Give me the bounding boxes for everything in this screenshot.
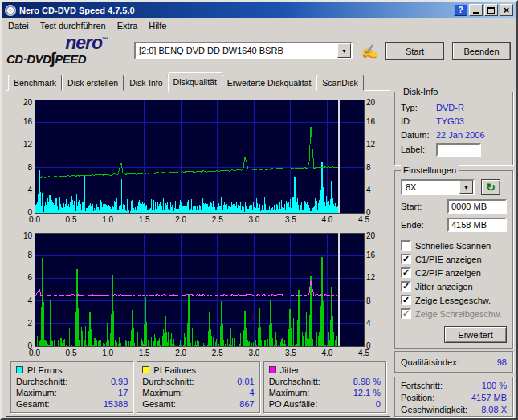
svg-text:8: 8 — [27, 163, 32, 172]
svg-text:3.0: 3.0 — [248, 215, 259, 224]
maximize-icon — [487, 7, 495, 14]
start-field[interactable]: 0000 MB — [447, 199, 507, 214]
checkbox-box[interactable]: ✓ — [401, 254, 411, 264]
check-icon: ✓ — [402, 255, 410, 263]
tab-disk-erstellen[interactable]: Disk erstellen — [62, 75, 124, 91]
svg-text:1.5: 1.5 — [139, 349, 150, 357]
drive-select-value: [2:0] BENQ DVD DD DW1640 BSRB — [139, 46, 337, 55]
end-field-value: 4158 MB — [451, 220, 487, 230]
progress-panel: Fortschritt:100 % Position:4157 MB Gesch… — [394, 377, 513, 417]
stat-label: Durchschnitt: — [269, 376, 320, 387]
svg-text:16: 16 — [366, 117, 376, 126]
stat-value: 15388 — [104, 398, 128, 410]
menu-hilfe[interactable]: Hilfe — [143, 19, 172, 32]
stat-label: Gesamt: — [16, 398, 50, 410]
checkbox-zeige-lesegeschw[interactable]: ✓ Zeige Lesegeschw. — [401, 295, 507, 305]
refresh-button[interactable]: ↻ — [481, 179, 500, 195]
checkbox-label: Zeige Schreibgeschw. — [415, 309, 502, 319]
title-bar[interactable]: Nero CD-DVD Speed 4.7.5.0 ? × — [2, 2, 516, 18]
stat-label: Durchschnitt: — [16, 376, 67, 387]
hand-icon[interactable]: ✍ — [360, 42, 379, 61]
svg-text:3.5: 3.5 — [285, 215, 296, 224]
menu-bar: Datei Test durchführen Extra Hilfe — [2, 18, 516, 32]
maximize-button[interactable] — [484, 4, 498, 16]
svg-text:4.0: 4.0 — [321, 349, 332, 357]
svg-text:2.5: 2.5 — [212, 215, 223, 224]
stat-value: 867 — [239, 398, 254, 410]
checkbox-box: ✓ — [401, 308, 411, 319]
tab-erweiterte-diskqualitaet[interactable]: Erweiterte Diskqualität — [222, 75, 316, 91]
svg-text:8: 8 — [366, 163, 371, 172]
advanced-button[interactable]: Erweitert — [444, 326, 507, 343]
tab-scandisk[interactable]: ScanDisk — [316, 75, 363, 91]
jitter-legend-swatch — [269, 366, 276, 373]
end-field[interactable]: 4158 MB — [447, 218, 507, 232]
menu-extra[interactable]: Extra — [112, 19, 144, 32]
stat-value: 12.1 % — [353, 387, 381, 398]
help-button[interactable]: ? — [454, 4, 467, 16]
svg-text:2.0: 2.0 — [175, 349, 186, 357]
stat-label: Maximum: — [269, 387, 310, 398]
menu-test-durchfuehren[interactable]: Test durchführen — [35, 19, 112, 32]
minimize-button[interactable] — [469, 4, 483, 16]
drive-select-dropdown-button[interactable]: ▼ — [337, 43, 351, 58]
svg-text:12: 12 — [366, 273, 376, 282]
svg-text:1.0: 1.0 — [102, 215, 113, 224]
speed-select[interactable]: 8X ▼ — [401, 179, 475, 195]
quit-button[interactable]: Beenden — [452, 42, 511, 60]
svg-text:6: 6 — [27, 273, 32, 282]
stat-value: 17 — [118, 387, 128, 398]
speed-label: Geschwindigkeit: — [401, 404, 467, 416]
refresh-icon: ↻ — [486, 181, 496, 194]
start-button[interactable]: Start — [385, 42, 444, 60]
hand-glyph: ✍ — [361, 43, 377, 60]
disk-label-field[interactable] — [436, 143, 481, 157]
drive-select[interactable]: [2:0] BENQ DVD DD DW1640 BSRB ▼ — [134, 42, 353, 59]
check-icon: ✓ — [402, 309, 410, 318]
pi-errors-legend-swatch — [16, 366, 23, 373]
svg-text:2.5: 2.5 — [212, 349, 223, 357]
checkbox-schnelles-scannen[interactable]: Schnelles Scannen — [401, 240, 507, 251]
disk-info-label: Datum: — [401, 129, 436, 141]
checkbox-box[interactable]: ✓ — [401, 281, 411, 292]
check-icon: ✓ — [402, 268, 410, 277]
checkbox-c1-pie-anzeigen[interactable]: ✓ C1/PIE anzeigen — [401, 254, 507, 264]
svg-text:0.0: 0.0 — [29, 349, 40, 357]
checkbox-label: C1/PIE anzeigen — [415, 255, 482, 264]
svg-text:4: 4 — [366, 319, 371, 328]
checkbox-box[interactable] — [401, 240, 411, 251]
tab-benchmark[interactable]: Benchmark — [8, 75, 62, 91]
checkbox-box[interactable]: ✓ — [401, 267, 411, 278]
pi-errors-panel: PI Errors Durchschnitt:0.93 Maximum:17 G… — [10, 361, 133, 413]
checkbox-c2-pif-anzeigen[interactable]: ✓ C2/PIF anzeigen — [401, 267, 507, 278]
quality-index-value: 98 — [497, 357, 507, 367]
disk-id-value: TYG03 — [436, 116, 464, 128]
disk-info-label: Label: — [401, 144, 436, 156]
stat-label: Maximum: — [142, 387, 183, 398]
svg-text:16: 16 — [23, 117, 33, 126]
checkbox-box[interactable]: ✓ — [401, 295, 411, 305]
tab-disk-info[interactable]: Disk-Info — [124, 75, 168, 91]
svg-text:8: 8 — [27, 251, 32, 259]
svg-text:4: 4 — [27, 186, 32, 194]
close-button[interactable]: × — [500, 4, 513, 16]
start-field-value: 0000 MB — [451, 202, 487, 211]
disk-info-label: ID: — [401, 116, 436, 128]
svg-text:0.5: 0.5 — [66, 349, 77, 357]
disk-date-value: 22 Jan 2006 — [436, 129, 485, 141]
checkbox-jitter-anzeigen[interactable]: ✓ Jitter anzeigen — [401, 281, 507, 292]
pi-failures-panel: PI Failures Durchschnitt:0.01 Maximum:4 … — [137, 361, 259, 413]
svg-text:0.5: 0.5 — [66, 215, 77, 224]
app-icon — [5, 5, 16, 16]
quality-index-panel: Qualitätsindex: 98 — [394, 351, 513, 373]
stat-label: Durchschnitt: — [142, 376, 194, 387]
svg-text:1.5: 1.5 — [139, 215, 150, 224]
speed-select-dropdown-button[interactable]: ▼ — [459, 181, 473, 194]
disk-info-group-title: Disk-Info — [401, 87, 440, 96]
tab-diskqualitaet[interactable]: Diskqualität — [168, 72, 222, 92]
chevron-down-icon: ▼ — [463, 185, 469, 190]
menu-datei[interactable]: Datei — [2, 19, 35, 32]
stat-label: Maximum: — [16, 387, 57, 398]
svg-text:16: 16 — [366, 251, 376, 259]
statistics-row: PI Errors Durchschnitt:0.93 Maximum:17 G… — [10, 361, 386, 413]
